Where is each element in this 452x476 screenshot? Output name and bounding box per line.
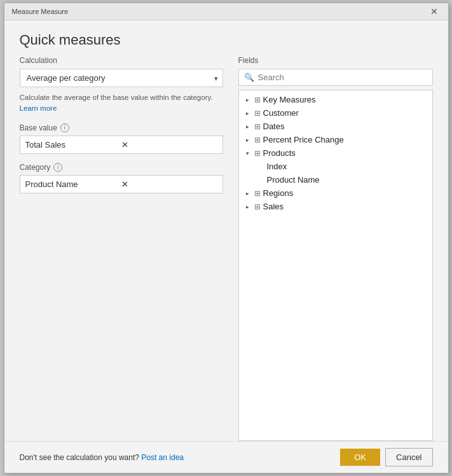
base-value-label: Base value xyxy=(20,123,57,132)
right-panel: Fields 🔍 ▸ ⊞ Key Measures ▸ ⊞ Customer xyxy=(238,56,433,441)
base-value-clear-icon[interactable]: ✕ xyxy=(120,141,217,149)
table-icon: ⊞ xyxy=(254,95,261,104)
tree-item-label: Percent Price Change xyxy=(263,135,344,144)
tree-child-index[interactable]: Index xyxy=(239,160,432,173)
category-label-row: Category i xyxy=(20,163,223,172)
category-text: Product Name xyxy=(25,179,120,189)
category-input-box[interactable]: Product Name ✕ xyxy=(20,175,223,193)
tree-item-label: Dates xyxy=(263,122,285,131)
base-value-info-icon: i xyxy=(60,123,69,132)
tree-item-percent-price-change[interactable]: ▸ ⊞ Percent Price Change xyxy=(239,133,432,146)
dialog-body: Calculation Average per category Weighte… xyxy=(4,56,448,441)
category-info-icon: i xyxy=(53,163,62,172)
table-icon: ⊞ xyxy=(254,189,261,198)
calculation-label: Calculation xyxy=(20,56,223,65)
chevron-right-icon: ▸ xyxy=(244,110,252,116)
chevron-right-icon: ▸ xyxy=(244,97,252,103)
fields-label: Fields xyxy=(238,56,433,65)
quick-measures-dialog: Measure Measure ✕ Quick measures Calcula… xyxy=(4,3,449,473)
category-clear-icon[interactable]: ✕ xyxy=(120,180,217,188)
tree-item-label: Customer xyxy=(263,108,299,118)
table-icon: ⊞ xyxy=(254,149,261,158)
close-icon: ✕ xyxy=(430,6,438,17)
tree-item-sales[interactable]: ▸ ⊞ Sales xyxy=(239,200,432,213)
tree-item-label: Regions xyxy=(263,188,294,198)
title-bar: Measure Measure ✕ xyxy=(4,3,448,20)
search-icon: 🔍 xyxy=(244,73,254,82)
base-value-text: Total Sales xyxy=(25,140,120,150)
chevron-down-icon: ▾ xyxy=(244,150,252,157)
title-bar-text: Measure Measure xyxy=(12,8,69,15)
post-idea-link[interactable]: Post an idea xyxy=(141,453,184,462)
calculation-dropdown-container: Average per category Weighted average pe… xyxy=(20,69,223,87)
chevron-right-icon: ▸ xyxy=(244,204,252,210)
calculation-dropdown[interactable]: Average per category Weighted average pe… xyxy=(20,69,223,87)
tree-child-label: Product Name xyxy=(267,175,320,185)
tree-item-label: Products xyxy=(263,148,296,158)
chevron-right-icon: ▸ xyxy=(244,137,252,143)
description-text: Calculate the average of the base value … xyxy=(20,92,223,115)
footer-link-text: Don't see the calculation you want? Post… xyxy=(20,453,184,462)
table-icon: ⊞ xyxy=(254,109,261,118)
base-value-input-box[interactable]: Total Sales ✕ xyxy=(20,136,223,154)
left-panel: Calculation Average per category Weighte… xyxy=(20,56,223,441)
tree-child-product-name[interactable]: Product Name xyxy=(239,173,432,186)
category-label: Category xyxy=(20,163,51,172)
table-icon: ⊞ xyxy=(254,122,261,131)
dialog-title: Quick measures xyxy=(4,20,448,56)
search-input[interactable] xyxy=(258,73,427,82)
ok-button[interactable]: OK xyxy=(340,449,380,466)
close-button[interactable]: ✕ xyxy=(428,7,441,16)
tree-child-label: Index xyxy=(267,162,287,171)
cancel-button[interactable]: Cancel xyxy=(385,448,432,466)
dialog-footer: Don't see the calculation you want? Post… xyxy=(4,441,448,473)
footer-buttons: OK Cancel xyxy=(340,448,432,466)
tree-item-regions[interactable]: ▸ ⊞ Regions xyxy=(239,186,432,200)
tree-item-label: Key Measures xyxy=(263,95,316,104)
tree-item-key-measures[interactable]: ▸ ⊞ Key Measures xyxy=(239,93,432,106)
tree-item-label: Sales xyxy=(263,202,284,211)
table-icon: ⊞ xyxy=(254,136,261,144)
chevron-right-icon: ▸ xyxy=(244,190,252,197)
tree-item-products[interactable]: ▾ ⊞ Products xyxy=(239,146,432,160)
base-value-label-row: Base value i xyxy=(20,123,223,132)
chevron-right-icon: ▸ xyxy=(244,123,252,130)
search-box: 🔍 xyxy=(238,69,433,86)
table-icon: ⊞ xyxy=(254,202,261,211)
tree-item-dates[interactable]: ▸ ⊞ Dates xyxy=(239,120,432,133)
learn-more-link[interactable]: Learn more xyxy=(20,104,57,112)
fields-tree: ▸ ⊞ Key Measures ▸ ⊞ Customer ▸ ⊞ Dates xyxy=(238,90,433,441)
tree-item-customer[interactable]: ▸ ⊞ Customer xyxy=(239,106,432,120)
